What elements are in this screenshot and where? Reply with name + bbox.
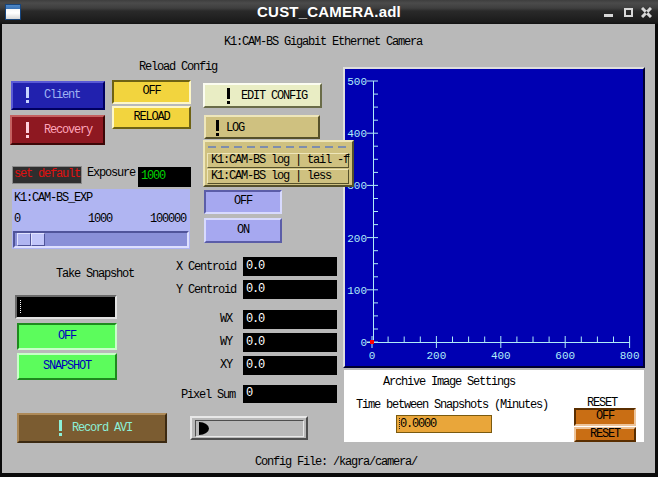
svg-text:800: 800 — [620, 350, 640, 362]
svg-text:600: 600 — [555, 350, 575, 362]
svg-text:100: 100 — [347, 285, 367, 297]
svg-text:500: 500 — [347, 76, 367, 88]
svg-text:0: 0 — [360, 337, 367, 349]
svg-text:200: 200 — [426, 350, 446, 362]
svg-text:0: 0 — [369, 350, 376, 362]
svg-text:400: 400 — [347, 128, 367, 140]
svg-text:200: 200 — [347, 233, 367, 245]
svg-text:400: 400 — [491, 350, 511, 362]
